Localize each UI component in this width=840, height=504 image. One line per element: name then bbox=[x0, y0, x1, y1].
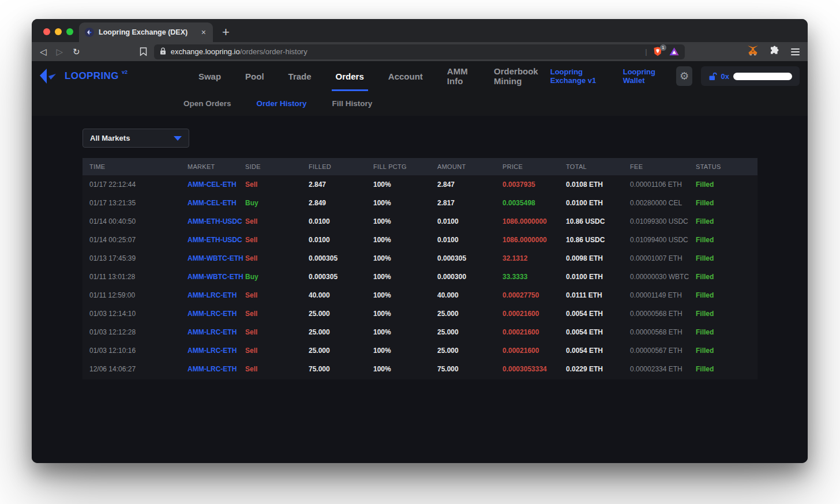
cell-status: Filled bbox=[689, 347, 757, 355]
cell-status: Filled bbox=[689, 199, 757, 207]
table-row: 01/17 13:21:35AMM-CEL-ETHBuy2.849100%2.8… bbox=[82, 194, 757, 212]
forward-button[interactable]: ▷ bbox=[57, 47, 63, 56]
cell-total: 0.0100 ETH bbox=[559, 199, 623, 207]
cell-market[interactable]: AMM-WBTC-ETH bbox=[181, 273, 238, 281]
minimize-window-button[interactable] bbox=[55, 28, 62, 35]
cell-status: Filled bbox=[689, 310, 757, 318]
cell-side: Sell bbox=[238, 328, 302, 336]
cell-side: Sell bbox=[238, 365, 302, 373]
wallet-address-button[interactable]: 0x bbox=[701, 66, 800, 86]
cell-market[interactable]: AMM-ETH-USDC bbox=[181, 217, 238, 225]
cell-market[interactable]: AMM-CEL-ETH bbox=[181, 199, 238, 207]
column-header-market: MARKET bbox=[181, 163, 238, 170]
cell-price: 33.3333 bbox=[496, 273, 559, 281]
cell-filled: 2.849 bbox=[302, 199, 366, 207]
table-row: 01/03 12:14:10AMM-LRC-ETHSell25.000100%2… bbox=[82, 304, 757, 323]
cell-fee: 0.00001106 ETH bbox=[623, 180, 689, 189]
cell-market[interactable]: AMM-ETH-USDC bbox=[181, 236, 238, 244]
cell-total: 0.0054 ETH bbox=[559, 347, 623, 355]
cell-filled: 40.000 bbox=[302, 291, 366, 299]
cell-price: 0.00021600 bbox=[496, 310, 559, 318]
browser-tab[interactable]: Loopring Exchange (DEX) × bbox=[79, 22, 213, 42]
reload-button[interactable]: ↻ bbox=[73, 47, 80, 56]
cell-price: 1086.0000000 bbox=[496, 236, 559, 244]
table-row: 01/14 00:40:50AMM-ETH-USDCSell0.0100100%… bbox=[82, 212, 757, 231]
cell-side: Sell bbox=[238, 291, 302, 299]
window-controls bbox=[43, 28, 73, 35]
cell-total: 0.0098 ETH bbox=[559, 254, 623, 262]
cell-price: 0.0035498 bbox=[496, 199, 559, 207]
nav-item-amm-info[interactable]: AMM Info bbox=[435, 61, 482, 91]
new-tab-button[interactable]: + bbox=[222, 26, 230, 39]
cell-time: 12/06 14:06:27 bbox=[82, 365, 181, 373]
cell-market[interactable]: AMM-LRC-ETH bbox=[181, 347, 238, 355]
cell-fee: 0.00000567 ETH bbox=[623, 347, 689, 355]
back-button[interactable]: ◁ bbox=[40, 47, 47, 56]
cell-fill_pctg: 100% bbox=[366, 236, 430, 244]
cell-total: 0.0108 ETH bbox=[559, 180, 623, 189]
cell-fee: 0.00001149 ETH bbox=[623, 291, 689, 299]
cell-amount: 40.000 bbox=[430, 291, 496, 299]
table-row: 01/03 12:12:28AMM-LRC-ETHSell25.000100%2… bbox=[82, 323, 757, 341]
nav-item-swap[interactable]: Swap bbox=[186, 61, 233, 91]
cell-price: 0.0003053334 bbox=[496, 365, 559, 373]
link-loopring-wallet[interactable]: Loopring Wallet bbox=[623, 67, 668, 85]
cell-side: Sell bbox=[238, 217, 302, 225]
brave-shield-icon[interactable]: 1 bbox=[653, 47, 662, 57]
loopring-logo-icon bbox=[39, 68, 62, 84]
table-row: 12/06 14:06:27AMM-LRC-ETHSell75.000100%7… bbox=[82, 360, 757, 378]
bat-rewards-icon[interactable] bbox=[669, 47, 679, 56]
url-bar[interactable]: exchange.loopring.io/orders/order-histor… bbox=[154, 44, 685, 59]
market-filter-dropdown[interactable]: All Markets bbox=[82, 129, 189, 148]
cell-amount: 2.817 bbox=[430, 199, 496, 207]
zoom-window-button[interactable] bbox=[66, 28, 73, 35]
column-header-total: TOTAL bbox=[559, 163, 623, 170]
extensions-puzzle-icon[interactable] bbox=[770, 46, 780, 58]
cell-time: 01/17 22:12:44 bbox=[82, 180, 181, 189]
browser-menu-icon[interactable] bbox=[791, 48, 800, 55]
cell-filled: 25.000 bbox=[302, 328, 366, 336]
subnav-item-fill-history[interactable]: Fill History bbox=[332, 99, 373, 108]
subnav-item-order-history[interactable]: Order History bbox=[257, 99, 307, 108]
toolbar-extensions bbox=[747, 45, 800, 58]
close-window-button[interactable] bbox=[43, 28, 50, 35]
nav-item-trade[interactable]: Trade bbox=[276, 61, 324, 91]
loopring-logo[interactable]: LOOPRING v2 bbox=[39, 68, 127, 84]
link-loopring-exchange-v1[interactable]: Loopring Exchange v1 bbox=[550, 67, 614, 85]
cell-market[interactable]: AMM-LRC-ETH bbox=[181, 291, 238, 299]
subnav-item-open-orders[interactable]: Open Orders bbox=[183, 99, 231, 108]
wallet-address-redacted bbox=[733, 73, 792, 80]
cell-market[interactable]: AMM-WBTC-ETH bbox=[181, 254, 238, 262]
table-row: 01/11 13:01:28AMM-WBTC-ETHBuy0.000305100… bbox=[82, 268, 757, 286]
cell-price: 1086.0000000 bbox=[496, 217, 559, 225]
nav-item-orders[interactable]: Orders bbox=[324, 61, 376, 91]
orders-subnav: Open OrdersOrder HistoryFill History bbox=[32, 91, 808, 116]
nav-item-account[interactable]: Account bbox=[376, 61, 435, 91]
cell-filled: 75.000 bbox=[302, 365, 366, 373]
cell-fill_pctg: 100% bbox=[366, 199, 430, 207]
cell-market[interactable]: AMM-CEL-ETH bbox=[181, 180, 238, 189]
wallet-address-prefix: 0x bbox=[721, 72, 729, 81]
cell-amount: 75.000 bbox=[430, 365, 496, 373]
cell-fill_pctg: 100% bbox=[366, 310, 430, 318]
metamask-icon[interactable] bbox=[747, 45, 759, 58]
cell-market[interactable]: AMM-LRC-ETH bbox=[181, 328, 238, 336]
settings-gear-icon[interactable]: ⚙ bbox=[676, 66, 692, 86]
cell-fee: 0.01099400 USDC bbox=[623, 236, 689, 244]
cell-market[interactable]: AMM-LRC-ETH bbox=[181, 310, 238, 318]
nav-item-pool[interactable]: Pool bbox=[233, 61, 276, 91]
cell-price: 0.00021600 bbox=[496, 347, 559, 355]
cell-market[interactable]: AMM-LRC-ETH bbox=[181, 365, 238, 373]
cell-filled: 0.0100 bbox=[302, 236, 366, 244]
cell-fill_pctg: 100% bbox=[366, 180, 430, 189]
bookmark-icon[interactable] bbox=[140, 47, 147, 56]
cell-side: Sell bbox=[238, 310, 302, 318]
site-header: LOOPRING v2 SwapPoolTradeOrdersAccountAM… bbox=[32, 61, 808, 91]
cell-amount: 2.847 bbox=[430, 180, 496, 189]
cell-price: 0.00027750 bbox=[496, 291, 559, 299]
column-header-filled: FILLED bbox=[302, 163, 366, 170]
nav-item-orderbook-mining[interactable]: Orderbook Mining bbox=[482, 61, 550, 91]
header-right: Loopring Exchange v1 Loopring Wallet ⚙ 0… bbox=[550, 66, 803, 86]
cell-amount: 0.000305 bbox=[430, 254, 496, 262]
close-tab-icon[interactable]: × bbox=[200, 28, 207, 37]
